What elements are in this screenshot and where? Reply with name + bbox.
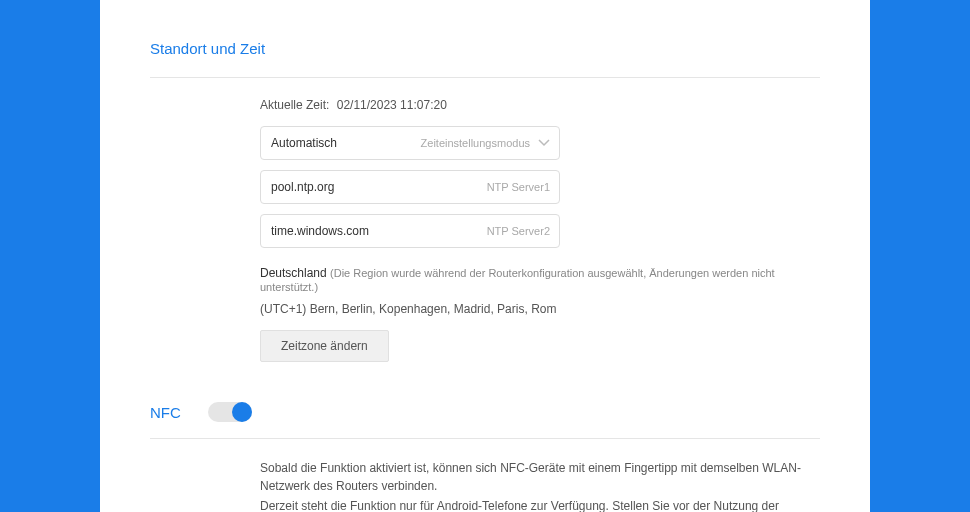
nfc-title: NFC — [150, 404, 208, 421]
nfc-description: Sobald die Funktion aktiviert ist, könne… — [260, 459, 820, 512]
nfc-toggle[interactable] — [208, 402, 252, 422]
ntp2-row: NTP Server2 — [260, 214, 560, 248]
region-note: (Die Region wurde während der Routerkonf… — [260, 267, 775, 293]
time-mode-select[interactable]: Automatisch Zeiteinstellungsmodus — [260, 126, 560, 160]
ntp2-input[interactable] — [260, 214, 560, 248]
region-row: Deutschland (Die Region wurde während de… — [260, 266, 820, 294]
timezone-text: (UTC+1) Bern, Berlin, Kopenhagen, Madrid… — [260, 302, 820, 316]
nfc-desc-line: Sobald die Funktion aktiviert ist, könne… — [260, 459, 820, 495]
nfc-desc-line: Derzeit steht die Funktion nur für Andro… — [260, 497, 820, 512]
toggle-knob — [232, 402, 252, 422]
ntp1-input[interactable] — [260, 170, 560, 204]
region-name: Deutschland — [260, 266, 327, 280]
location-time-title: Standort und Zeit — [150, 40, 820, 57]
current-time-row: Aktuelle Zeit: 02/11/2023 11:07:20 — [260, 98, 820, 112]
divider — [150, 438, 820, 439]
change-timezone-button[interactable]: Zeitzone ändern — [260, 330, 389, 362]
time-mode-value: Automatisch — [260, 126, 560, 160]
divider — [150, 77, 820, 78]
ntp1-row: NTP Server1 — [260, 170, 560, 204]
current-time-value: 02/11/2023 11:07:20 — [337, 98, 447, 112]
current-time-label: Aktuelle Zeit: — [260, 98, 329, 112]
